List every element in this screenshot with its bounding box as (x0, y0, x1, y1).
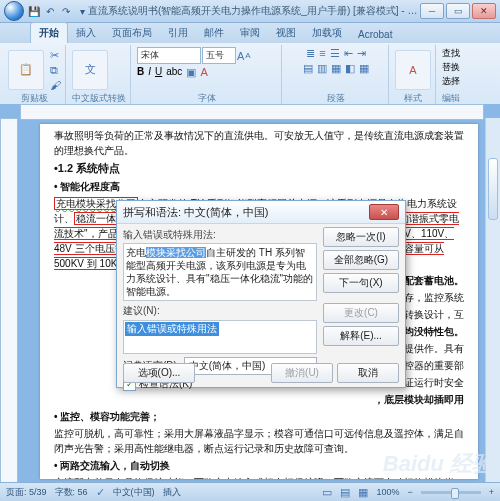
strike-icon[interactable]: abc (166, 66, 182, 79)
window-title: 直流系统说明书(智能高频开关电力操作电源系统_用户手册) [兼容模式] - Mi… (88, 4, 420, 18)
group-clipboard: 📋 ✂ ⧉ 🖌 剪贴板 (4, 45, 66, 107)
status-language[interactable]: 中文(中国) (113, 486, 155, 499)
tab-acrobat[interactable]: Acrobat (350, 26, 400, 43)
indent-inc-icon[interactable]: ⇥ (357, 47, 366, 60)
explain-button[interactable]: 解释(E)... (323, 326, 399, 346)
group-editing: 查找 替换 选择 编辑 (438, 45, 464, 107)
zoom-in-button[interactable]: + (489, 487, 494, 497)
maximize-button[interactable]: ▭ (446, 3, 470, 19)
suggestions-listbox[interactable]: 输入错误或特殊用法 (123, 320, 317, 354)
web-layout-view-icon[interactable]: ▦ (358, 486, 368, 499)
vertical-scrollbar[interactable] (485, 118, 500, 483)
doc-heading: •1.2 系统特点 (54, 160, 464, 177)
align-center-icon[interactable]: ▥ (317, 62, 327, 75)
quick-access-toolbar: 💾 ↶ ↷ ▾ (28, 5, 88, 17)
suggestions-label: 建议(N): (123, 304, 317, 318)
minimize-button[interactable]: ─ (420, 3, 444, 19)
doc-bullet: • 监控、模容功能完善； (54, 409, 464, 424)
dialog-button-column: 忽略一次(I) 全部忽略(G) 下一句(X) 更改(C) 解释(E)... (323, 227, 399, 346)
horizontal-ruler[interactable] (20, 104, 484, 120)
doc-bullet: • 智能化程度高 (54, 179, 464, 194)
window-titlebar: 💾 ↶ ↷ ▾ 直流系统说明书(智能高频开关电力操作电源系统_用户手册) [兼容… (0, 0, 500, 23)
scroll-thumb[interactable] (488, 158, 498, 220)
undo-button[interactable]: 撤消(U) (271, 363, 333, 383)
selected-error-text: 模块采找公司 (146, 247, 206, 258)
multilevel-icon[interactable]: ☰ (330, 47, 340, 60)
indent-dec-icon[interactable]: ⇤ (344, 47, 353, 60)
status-words[interactable]: 字数: 56 (55, 486, 88, 499)
input-error-label: 输入错误或特殊用法: (123, 228, 317, 242)
status-bar: 页面: 5/39 字数: 56 ✓ 中文(中国) 插入 ▭ ▤ ▦ 100% −… (0, 482, 500, 501)
office-button[interactable] (4, 1, 24, 21)
watermark: Baidu 经验 (383, 449, 494, 479)
asian-icon: 文 (85, 62, 96, 77)
zoom-level[interactable]: 100% (376, 487, 399, 497)
font-size-combo[interactable]: 五号 (202, 47, 236, 64)
replace-button[interactable]: 替换 (442, 61, 460, 74)
ribbon-tabs: 开始 插入 页面布局 引用 邮件 审阅 视图 加载项 Acrobat (0, 23, 500, 43)
copy-icon[interactable]: ⧉ (50, 64, 61, 77)
format-painter-icon[interactable]: 🖌 (50, 79, 61, 91)
undo-icon[interactable]: ↶ (44, 5, 56, 17)
tab-references[interactable]: 引用 (160, 23, 196, 43)
group-paragraph: ≣ ≡ ☰ ⇤ ⇥ ▤ ▥ ▦ ◧ ▦ 段落 (284, 45, 389, 107)
save-icon[interactable]: 💾 (28, 5, 40, 17)
status-insert[interactable]: 插入 (163, 486, 181, 499)
cancel-button[interactable]: 取消 (337, 363, 399, 383)
tab-insert[interactable]: 插入 (68, 23, 104, 43)
doc-text: 事故照明等负荷的正常及事故情况下的直流供电。可安放无人值守，是传统直流电源成套装… (54, 128, 464, 158)
find-button[interactable]: 查找 (442, 47, 460, 60)
tab-home[interactable]: 开始 (30, 22, 68, 43)
print-layout-view-icon[interactable]: ▭ (322, 486, 332, 499)
zoom-out-button[interactable]: − (407, 487, 412, 497)
underline-button[interactable]: U (155, 66, 162, 79)
dialog-close-button[interactable]: ✕ (369, 204, 399, 220)
ignore-once-button[interactable]: 忽略一次(I) (323, 227, 399, 247)
status-page[interactable]: 页面: 5/39 (6, 486, 47, 499)
cut-icon[interactable]: ✂ (50, 49, 61, 62)
zoom-slider[interactable] (421, 491, 481, 494)
change-button[interactable]: 更改(C) (323, 303, 399, 323)
next-sentence-button[interactable]: 下一句(X) (323, 273, 399, 293)
tab-page-layout[interactable]: 页面布局 (104, 23, 160, 43)
numbering-icon[interactable]: ≡ (319, 47, 325, 60)
ignore-all-button[interactable]: 全部忽略(G) (323, 250, 399, 270)
window-controls: ─ ▭ ✕ (420, 3, 496, 19)
highlight-icon[interactable]: ▣ (186, 66, 196, 79)
group-asian: 文 中文版式转换 (68, 45, 131, 107)
shrink-font-icon[interactable]: A (245, 51, 250, 60)
font-name-combo[interactable]: 宋体 (137, 47, 201, 64)
dialog-title-text: 拼写和语法: 中文(简体，中国) (123, 205, 268, 220)
zoom-slider-thumb[interactable] (451, 488, 459, 499)
redo-icon[interactable]: ↷ (60, 5, 72, 17)
vertical-ruler[interactable] (0, 118, 18, 483)
bullets-icon[interactable]: ≣ (306, 47, 315, 60)
error-textbox[interactable]: 充电模块采找公司自主研发的 TH 系列智能型高频开关电源，该系列电源是专为电力系… (123, 243, 317, 301)
align-left-icon[interactable]: ▤ (303, 62, 313, 75)
tab-review[interactable]: 审阅 (232, 23, 268, 43)
suggestion-item[interactable]: 输入错误或特殊用法 (125, 322, 219, 336)
spellcheck-icon[interactable]: ✓ (96, 486, 105, 499)
ribbon: 📋 ✂ ⧉ 🖌 剪贴板 文 中文版式转换 宋体 五号 A A B I (0, 43, 500, 110)
close-button[interactable]: ✕ (472, 3, 496, 19)
borders-icon[interactable]: ▦ (359, 62, 369, 75)
asian-layout-button[interactable]: 文 (72, 50, 108, 90)
options-button[interactable]: 选项(O)... (123, 363, 195, 383)
align-right-icon[interactable]: ▦ (331, 62, 341, 75)
paste-button[interactable]: 📋 (8, 50, 44, 90)
dialog-titlebar[interactable]: 拼写和语法: 中文(简体，中国) ✕ (117, 201, 405, 224)
tab-addins[interactable]: 加载项 (304, 23, 350, 43)
bold-button[interactable]: B (137, 66, 144, 79)
shading-icon[interactable]: ◧ (345, 62, 355, 75)
grow-font-icon[interactable]: A (237, 50, 244, 62)
select-button[interactable]: 选择 (442, 75, 460, 88)
italic-button[interactable]: I (148, 66, 151, 79)
reading-view-icon[interactable]: ▤ (340, 486, 350, 499)
font-color-icon[interactable]: A (200, 66, 207, 79)
tab-view[interactable]: 视图 (268, 23, 304, 43)
change-styles-button[interactable]: A (395, 50, 431, 90)
group-styles: A 样式 (391, 45, 436, 107)
tab-mailings[interactable]: 邮件 (196, 23, 232, 43)
group-font: 宋体 五号 A A B I U abc ▣ A 字体 (133, 45, 282, 107)
qat-dropdown-icon[interactable]: ▾ (76, 5, 88, 17)
